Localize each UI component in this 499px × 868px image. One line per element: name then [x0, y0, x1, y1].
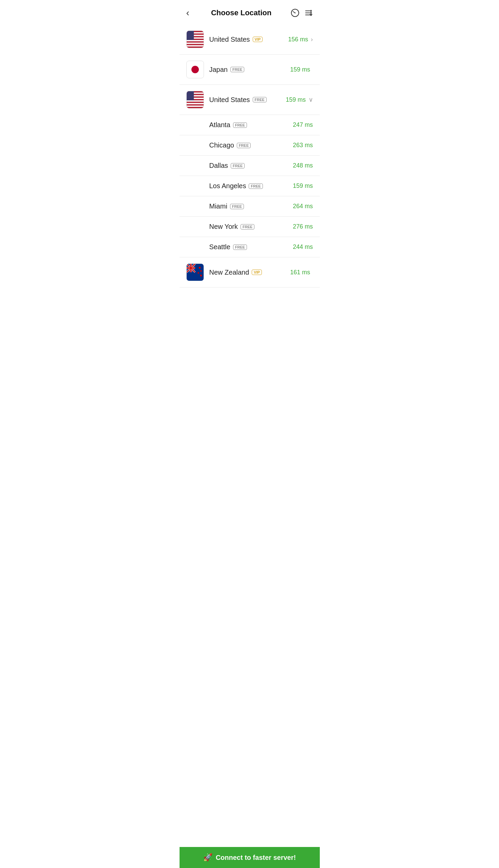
svg-point-36: [200, 275, 202, 277]
city-name-chicago: Chicago: [209, 141, 234, 149]
svg-point-35: [197, 272, 199, 274]
header-icons: [291, 9, 313, 17]
location-info-nz: New Zealand VIP: [209, 269, 290, 276]
svg-rect-19: [187, 100, 204, 102]
svg-point-34: [200, 270, 202, 272]
location-name-us-vip: United States: [209, 36, 250, 44]
location-name-japan: Japan: [209, 66, 228, 74]
header: ‹ Choose Location: [180, 0, 320, 24]
badge-free-dallas: FREE: [231, 163, 245, 168]
svg-rect-21: [187, 105, 204, 107]
rocket-icon: 🚀: [203, 853, 212, 862]
chevron-right-icon: ›: [311, 36, 313, 43]
flag-us-vip: [186, 31, 204, 48]
connect-faster-label: Connect to faster server!: [216, 854, 296, 861]
location-info-us-free: United States FREE: [209, 96, 286, 104]
svg-point-2: [294, 13, 295, 14]
badge-free-japan: FREE: [230, 67, 244, 72]
city-name-losangeles: Los Angeles: [209, 182, 246, 190]
latency-us-free: 159 ms: [285, 96, 306, 104]
city-info-seattle: Seattle FREE: [209, 243, 293, 251]
latency-miami: 264 ms: [293, 203, 313, 210]
badge-free-us: FREE: [253, 97, 267, 103]
city-info-chicago: Chicago FREE: [209, 141, 293, 149]
svg-rect-12: [187, 43, 204, 44]
latency-chicago: 263 ms: [293, 142, 313, 149]
location-item-japan[interactable]: Japan FREE 159 ms: [180, 55, 320, 85]
svg-rect-22: [187, 91, 194, 100]
badge-vip-nz: VIP: [252, 270, 262, 275]
latency-nz: 161 ms: [290, 269, 310, 276]
flag-nz: [186, 263, 204, 281]
badge-free-atlanta: FREE: [233, 122, 247, 128]
flag-japan: [186, 61, 204, 78]
svg-point-33: [198, 267, 200, 269]
city-item-seattle[interactable]: Seattle FREE 244 ms: [180, 237, 320, 257]
location-name-us-free: United States: [209, 96, 250, 104]
badge-free-chicago: FREE: [237, 143, 251, 148]
sort-icon[interactable]: [304, 9, 313, 17]
latency-japan: 159 ms: [290, 66, 310, 73]
latency-atlanta: 247 ms: [293, 121, 313, 129]
city-item-atlanta[interactable]: Atlanta FREE 247 ms: [180, 115, 320, 135]
chevron-down-icon: ∨: [308, 96, 313, 104]
svg-rect-32: [187, 267, 195, 269]
city-item-dallas[interactable]: Dallas FREE 248 ms: [180, 156, 320, 176]
latency-newyork: 276 ms: [293, 223, 313, 230]
city-name-miami: Miami: [209, 202, 227, 210]
latency-seattle: 244 ms: [293, 243, 313, 251]
svg-rect-13: [187, 45, 204, 46]
city-name-seattle: Seattle: [209, 243, 230, 251]
badge-free-newyork: FREE: [241, 224, 254, 229]
city-info-losangeles: Los Angeles FREE: [209, 182, 293, 190]
city-info-miami: Miami FREE: [209, 202, 293, 210]
japan-circle: [191, 66, 199, 73]
city-name-atlanta: Atlanta: [209, 121, 230, 129]
location-list: United States VIP 156 ms › Japan FREE 15…: [180, 24, 320, 314]
svg-rect-20: [187, 103, 204, 105]
svg-rect-11: [187, 40, 204, 41]
location-item-us-vip[interactable]: United States VIP 156 ms ›: [180, 24, 320, 55]
city-item-miami[interactable]: Miami FREE 264 ms: [180, 196, 320, 217]
speedometer-icon[interactable]: [291, 9, 300, 17]
city-info-newyork: New York FREE: [209, 223, 293, 230]
badge-free-losangeles: FREE: [249, 183, 263, 189]
connect-faster-bar[interactable]: 🚀 Connect to faster server!: [180, 847, 320, 868]
location-item-us-free[interactable]: United States FREE 159 ms ∨: [180, 85, 320, 115]
city-name-dallas: Dallas: [209, 162, 228, 169]
back-button[interactable]: ‹: [186, 6, 192, 20]
city-info-dallas: Dallas FREE: [209, 162, 293, 169]
city-item-chicago[interactable]: Chicago FREE 263 ms: [180, 135, 320, 156]
location-item-nz[interactable]: New Zealand VIP 161 ms: [180, 257, 320, 287]
badge-free-miami: FREE: [230, 204, 244, 209]
location-info-japan: Japan FREE: [209, 66, 290, 74]
city-item-losangeles[interactable]: Los Angeles FREE 159 ms: [180, 176, 320, 196]
location-name-nz: New Zealand: [209, 269, 250, 276]
latency-losangeles: 159 ms: [293, 182, 313, 190]
city-info-atlanta: Atlanta FREE: [209, 121, 293, 129]
city-name-newyork: New York: [209, 223, 238, 230]
badge-vip-us: VIP: [253, 37, 263, 42]
city-item-newyork[interactable]: New York FREE 276 ms: [180, 217, 320, 237]
svg-rect-14: [187, 31, 194, 40]
latency-dallas: 248 ms: [293, 162, 313, 169]
flag-us-free: [186, 91, 204, 108]
location-info-us-vip: United States VIP: [209, 36, 288, 44]
latency-us-vip: 156 ms: [288, 36, 308, 43]
page-title: Choose Location: [192, 9, 291, 17]
badge-free-seattle: FREE: [233, 245, 247, 250]
